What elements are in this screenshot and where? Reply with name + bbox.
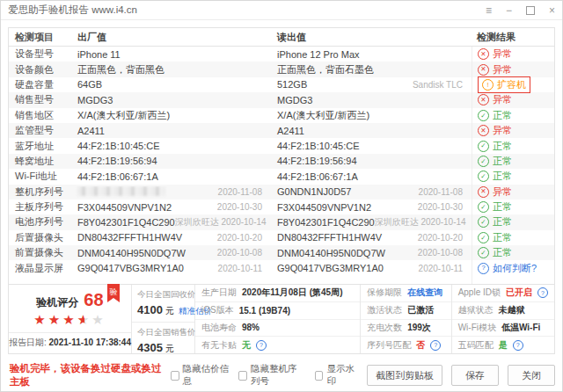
status-label: 正常 [493, 155, 512, 168]
status-icon: ✓ [478, 201, 489, 213]
status-icon: ✕ [478, 48, 489, 60]
info-value: 无 [242, 339, 251, 352]
status-icon: ? [478, 263, 489, 274]
checkbox-icon[interactable] [238, 371, 247, 381]
info-value: 低温Wi-Fi [501, 322, 540, 334]
status-badge[interactable]: ? 如何判断? [478, 262, 537, 275]
score-value: 68 [84, 291, 103, 309]
read-extra: 2020-10-08 [418, 248, 472, 258]
row-label: 前置摄像头 [9, 246, 74, 259]
factory-extra: 2020-10-11 [218, 264, 271, 273]
checkbox-icon[interactable] [171, 371, 179, 381]
save-button[interactable]: 保存 [451, 365, 499, 386]
status-badge: ✕ 异常 [478, 124, 512, 137]
factory-value: F8Y042301F1Q4C290 [77, 217, 175, 228]
factory-value: 44:F2:1B:19:56:94 [77, 156, 157, 166]
status-badge: ✕ 异常 [478, 93, 512, 106]
status-icon: ✓ [478, 247, 489, 258]
status-label: 正常 [493, 231, 512, 244]
titlebar: 爱思助手验机报告 www.i4.cn ≡ − × [1, 1, 562, 20]
hide-serial-checkbox[interactable]: 隐藏整机序列号 [238, 363, 305, 388]
read-value: DN80432FFFTH1HW4V [277, 232, 382, 243]
menu-icon[interactable]: ≡ [486, 5, 492, 16]
help-icon[interactable]: ? [430, 340, 441, 351]
factory-value: 44:F2:1B:06:67:1A [77, 171, 158, 182]
show-watermark-checkbox[interactable]: 显示水印 [315, 363, 358, 388]
info-label: 五码匹配 [458, 339, 494, 352]
checkbox-icon[interactable] [315, 371, 324, 381]
table-row: 电池序列号 F8Y042301F1Q4C290 深圳欣旺达 2020-10-14… [9, 214, 554, 229]
info-value: 98% [242, 323, 260, 332]
factory-extra: 深圳欣旺达 2020-10-14 [175, 216, 271, 229]
status-badge: ✓ 正常 [478, 200, 512, 214]
info-value: 未越狱 [499, 304, 525, 316]
column-header-factory: 出厂值 [74, 31, 271, 44]
read-value: DNM04140H95N0DQ7W [277, 248, 385, 258]
factory-value: G9Q0417VBG3MRY1A0 [77, 263, 184, 273]
star-icon: ★ [62, 312, 77, 328]
factory-value: 正面黑色，背面黑色 [77, 63, 165, 76]
status-icon: ✕ [478, 186, 489, 198]
read-value: F3X044509VNPV1N2 [277, 202, 371, 213]
row-label: 后置摄像头 [9, 231, 74, 244]
status-label: 异常 [493, 47, 512, 61]
info-label: 越狱状态 [458, 304, 494, 316]
status-icon: ✓ [478, 216, 489, 228]
row-label: 液晶显示屏 [9, 262, 74, 275]
status-label: 正常 [493, 215, 512, 229]
hide-price-checkbox[interactable]: 隐藏估价信息 [171, 363, 230, 388]
window-title: 爱思助手验机报告 www.i4.cn [8, 4, 137, 17]
read-extra: 2020-11-08 [419, 187, 472, 197]
device-info-column-2: 保修期限 在线查询 激活状态 已激活 充电次数 199次 序列号匹配 否 ? [361, 285, 451, 353]
ribbon-badge-icon: 验 [107, 284, 120, 302]
info-value: 15.1 (19B74) [239, 306, 290, 316]
factory-extra: 2020-10-08 [217, 248, 271, 258]
info-row: iOS版本 15.1 (19B74) [195, 302, 360, 320]
status-badge: ✓ 正常 [478, 231, 512, 244]
factory-value: DN80432FFFTH1HW4V [77, 232, 182, 243]
row-label: 蓝牙地址 [9, 140, 74, 153]
info-value: 已激活 [407, 304, 434, 316]
star-icon: ★ [33, 312, 48, 328]
status-badge: ✓ 正常 [478, 170, 512, 183]
close-icon[interactable]: × [549, 5, 555, 16]
factory-value: F3X044509VNPV1N2 [77, 202, 172, 213]
restore-icon[interactable] [526, 6, 535, 15]
close-button[interactable]: 关闭 [508, 365, 555, 386]
footer-bar: 验机完毕，该设备换过硬盘或换过主板 隐藏估价信息 隐藏整机序列号 显示水印 截图… [1, 354, 562, 391]
read-value: 正面黑色，背面石墨色 [277, 63, 374, 76]
status-label: 异常 [493, 124, 512, 137]
status-label: 正常 [493, 109, 512, 122]
table-row: 设备颜色 正面黑色，背面黑色 正面黑色，背面石墨色 ✕ 异常 [9, 62, 554, 76]
info-label: 充电次数 [367, 322, 402, 334]
status-badge: ✕ 异常 [478, 63, 512, 76]
help-icon[interactable]: ? [513, 340, 523, 351]
info-label: 生产日期 [201, 287, 237, 299]
help-icon[interactable]: ? [537, 287, 548, 298]
info-value: 否 [416, 339, 425, 352]
status-icon: ✓ [478, 156, 489, 167]
inspection-table: 检测项目 出厂值 读出值 检测结果 设备型号 iPhone 11 iPhone … [8, 27, 555, 287]
status-label: 正常 [493, 140, 512, 153]
status-icon: ✕ [478, 125, 489, 136]
status-label: 扩容机 [497, 78, 526, 91]
price-panel: 今日全国回收价 4100 元 精准估价 今日全国销售价 4305 元 [132, 285, 195, 353]
status-label: 正常 [493, 170, 512, 183]
help-icon[interactable]: ? [256, 340, 267, 351]
status-label: 异常 [493, 63, 512, 76]
read-value: G9Q0417VBG3MRY1A0 [277, 263, 384, 273]
screenshot-to-clipboard-button[interactable]: 截图到剪贴板 [367, 365, 442, 386]
recycle-price-value: 4100 [137, 303, 163, 316]
read-extra: 深圳欣旺达 2020-10-14 [375, 216, 472, 229]
read-value: iPhone 12 Pro Max [277, 49, 360, 60]
info-value: 199次 [407, 322, 431, 334]
minimize-icon[interactable]: − [506, 5, 512, 16]
info-label: 有无卡贴 [201, 339, 237, 352]
table-row: 设备型号 iPhone 11 iPhone 12 Pro Max ✕ 异常 [9, 47, 554, 62]
table-row: 主板序列号 F3X044509VNPV1N2 2020-10-30 F3X044… [9, 200, 554, 214]
read-value: 512GB [277, 79, 307, 90]
status-icon: ✓ [478, 232, 489, 243]
status-badge: ✓ 正常 [478, 109, 512, 122]
info-link[interactable]: 在线查询 [407, 287, 442, 299]
info-row: 充电次数 199次 [361, 320, 450, 338]
